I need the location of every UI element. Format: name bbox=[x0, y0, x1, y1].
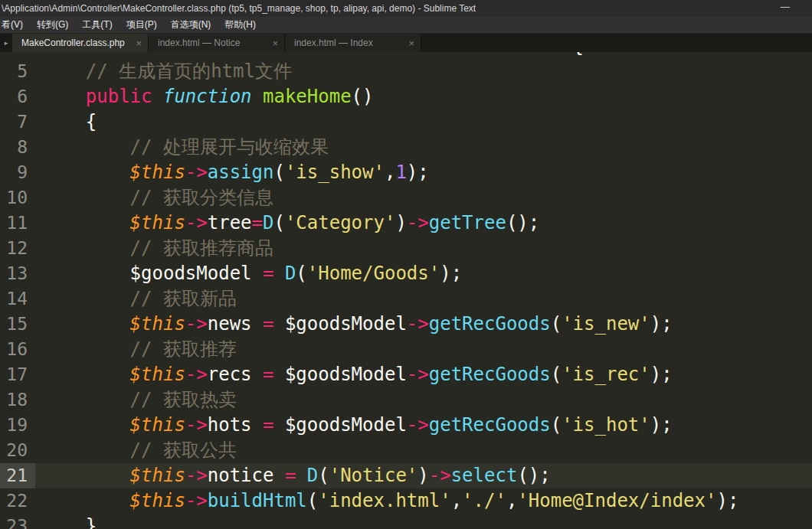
token-ws bbox=[41, 136, 130, 158]
menu-item-view[interactable]: 看(V) bbox=[0, 17, 30, 33]
token-fn: makeHome bbox=[263, 86, 352, 107]
token-op: -> bbox=[429, 465, 451, 486]
code-text[interactable]: // 获取公共 bbox=[35, 438, 812, 463]
token-ws bbox=[41, 288, 130, 309]
code-text[interactable]: $this->recs = $goodsModel->getRecGoods('… bbox=[35, 362, 812, 387]
token-op: -> bbox=[185, 212, 208, 233]
code-line[interactable]: 9 $this->assign('is_show',1); bbox=[0, 160, 812, 185]
token-pln: ( bbox=[551, 364, 562, 385]
minimize-button[interactable]: — bbox=[772, 0, 798, 17]
token-str: 'Notice' bbox=[329, 465, 418, 486]
tab-label: index.html — Index bbox=[294, 38, 404, 48]
close-icon[interactable]: × bbox=[272, 38, 278, 48]
code-text[interactable]: // 获取热卖 bbox=[35, 387, 812, 413]
token-com: // 获取公共 bbox=[130, 439, 237, 461]
token-op: = bbox=[263, 364, 273, 385]
code-text[interactable]: { bbox=[35, 52, 812, 59]
code-text[interactable]: $this->buildHtml('index.html','./','Home… bbox=[35, 488, 812, 514]
code-text[interactable]: public function makeHome() bbox=[35, 84, 812, 109]
line-number: 17 bbox=[0, 362, 35, 387]
code-text[interactable]: { bbox=[35, 109, 812, 135]
token-pln: news bbox=[208, 313, 263, 335]
token-str: 'is_show' bbox=[285, 162, 385, 183]
code-line[interactable]: 7 { bbox=[0, 109, 812, 135]
token-op: -> bbox=[185, 490, 208, 511]
code-line[interactable]: 8 // 处理展开与收缩效果 bbox=[0, 135, 812, 160]
code-line[interactable]: 16 // 获取推荐 bbox=[0, 337, 812, 362]
code-line[interactable]: 6 public function makeHome() bbox=[0, 84, 812, 109]
token-kwi: function bbox=[163, 86, 252, 107]
menu-item-project[interactable]: 项目(P) bbox=[120, 17, 164, 33]
line-number: 11 bbox=[0, 211, 35, 236]
code-line[interactable]: 17 $this->recs = $goodsModel->getRecGood… bbox=[0, 362, 812, 387]
code-text[interactable]: $this->tree=D('Category')->getTree(); bbox=[35, 211, 812, 236]
menu-item-goto[interactable]: 转到(G) bbox=[30, 17, 75, 33]
code-text[interactable]: // 获取新品 bbox=[35, 286, 812, 312]
code-text[interactable]: $this->news = $goodsModel->getRecGoods('… bbox=[35, 312, 812, 337]
code-text[interactable]: // 获取分类信息 bbox=[35, 185, 812, 211]
code-text[interactable]: $goodsModel = D('Home/Goods'); bbox=[35, 261, 812, 286]
menu-item-preferences[interactable]: 首选项(N) bbox=[164, 17, 218, 33]
menu-item-tools[interactable]: 工具(T) bbox=[75, 17, 119, 33]
token-pln bbox=[273, 263, 284, 284]
token-op: -> bbox=[185, 313, 208, 335]
code-line[interactable]: 13 $goodsModel = D('Home/Goods'); bbox=[0, 261, 812, 286]
code-line[interactable]: 23 } bbox=[0, 514, 812, 529]
token-str: 'is_hot' bbox=[562, 414, 650, 436]
token-op: = bbox=[263, 414, 273, 436]
tab-makecontroller[interactable]: MakeController.class.php × bbox=[12, 34, 149, 52]
line-number: 13 bbox=[0, 261, 35, 286]
code-line[interactable]: 5 // 生成首页的html文件 bbox=[0, 59, 812, 84]
token-op: -> bbox=[407, 364, 429, 385]
code-line[interactable]: 19 $this->hots = $goodsModel->getRecGood… bbox=[0, 413, 812, 438]
token-num: 1 bbox=[395, 162, 406, 183]
token-ws bbox=[41, 313, 130, 335]
code-text[interactable]: // 生成首页的html文件 bbox=[35, 59, 812, 84]
code-line[interactable]: 11 $this->tree=D('Category')->getTree(); bbox=[0, 211, 812, 236]
code-line[interactable]: 18 // 获取热卖 bbox=[0, 387, 812, 413]
code-line[interactable]: 10 // 获取分类信息 bbox=[0, 185, 812, 211]
code-line[interactable]: 15 $this->news = $goodsModel->getRecGood… bbox=[0, 312, 812, 337]
token-op: = bbox=[263, 313, 273, 335]
code-text[interactable]: $this->assign('is_show',1); bbox=[35, 160, 812, 185]
token-ws bbox=[41, 439, 130, 461]
code-line[interactable]: 21 $this->notice = D('Notice')->select()… bbox=[0, 463, 812, 488]
code-line[interactable]: 22 $this->buildHtml('index.html','./','H… bbox=[0, 488, 812, 514]
token-ws bbox=[41, 364, 130, 385]
token-pln: ); bbox=[716, 490, 738, 511]
token-this: $this bbox=[130, 313, 185, 335]
token-pln: ( bbox=[318, 465, 329, 486]
code-text[interactable]: $this->notice = D('Notice')->select(); bbox=[35, 463, 812, 488]
window-title-bar: \Application\Admin\Controller\MakeContro… bbox=[0, 0, 812, 17]
tab-index-index[interactable]: index.html — Index × bbox=[285, 34, 421, 52]
token-op: -> bbox=[185, 465, 208, 486]
code-text[interactable]: // 获取推荐商品 bbox=[35, 236, 812, 261]
line-number: 7 bbox=[0, 109, 35, 135]
close-icon[interactable]: × bbox=[136, 38, 142, 48]
code-line[interactable]: 4 { bbox=[0, 52, 812, 59]
code-editor[interactable]: 4 {5 // 生成首页的html文件6 public function mak… bbox=[0, 52, 812, 529]
tab-scroll-icon[interactable]: ▸ bbox=[0, 34, 12, 52]
token-call: assign bbox=[208, 162, 274, 183]
line-number: 6 bbox=[0, 84, 35, 109]
token-op: -> bbox=[407, 414, 429, 436]
code-line[interactable]: 14 // 获取新品 bbox=[0, 286, 812, 312]
close-icon[interactable]: × bbox=[408, 38, 414, 48]
token-ws bbox=[41, 111, 86, 132]
token-pln: ( bbox=[273, 162, 284, 183]
code-text[interactable]: $this->hots = $goodsModel->getRecGoods('… bbox=[35, 413, 812, 438]
token-call: getTree bbox=[429, 212, 506, 233]
token-ws bbox=[41, 465, 130, 486]
token-op: = bbox=[252, 212, 263, 233]
token-op: -> bbox=[407, 212, 429, 233]
code-line[interactable]: 12 // 获取推荐商品 bbox=[0, 236, 812, 261]
tab-index-notice[interactable]: index.html — Notice × bbox=[149, 34, 285, 52]
token-pln: , bbox=[451, 490, 462, 511]
code-text[interactable]: } bbox=[35, 514, 812, 529]
menu-item-help[interactable]: 帮助(H) bbox=[218, 17, 263, 33]
line-number: 14 bbox=[0, 286, 35, 312]
code-text[interactable]: // 获取推荐 bbox=[35, 337, 812, 362]
code-text[interactable]: // 处理展开与收缩效果 bbox=[35, 135, 812, 160]
line-number: 12 bbox=[0, 236, 35, 261]
code-line[interactable]: 20 // 获取公共 bbox=[0, 438, 812, 463]
